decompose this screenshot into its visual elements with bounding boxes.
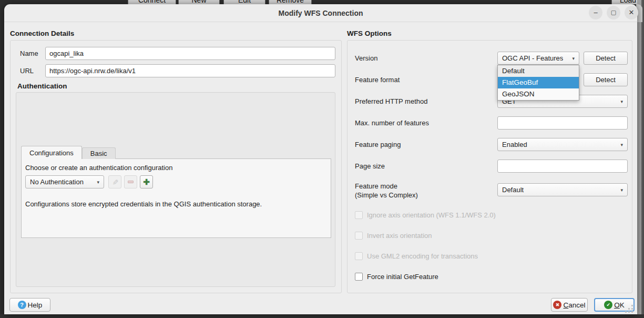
background-edit-button: Edit: [223, 0, 265, 4]
minus-icon: [128, 181, 134, 183]
auth-config-combo-value: No Authentication: [30, 178, 84, 186]
ok-icon: ✔: [604, 301, 612, 309]
detect-version-button[interactable]: Detect: [584, 52, 628, 65]
name-label: Name: [20, 47, 38, 60]
background-connect-button: Connect: [128, 0, 176, 4]
modify-wfs-connection-dialog: Modify WFS Connection – ▢ ✕ Connection D…: [4, 4, 637, 314]
minimize-button[interactable]: –: [589, 6, 602, 19]
dialog-title: Modify WFS Connection: [4, 4, 637, 22]
chevron-down-icon: ▾: [620, 99, 623, 104]
help-icon: ?: [18, 301, 26, 309]
auth-choose-label: Choose or create an authentication confi…: [25, 164, 172, 172]
minimize-icon: –: [594, 8, 597, 16]
auth-tab-bar: Configurations Basic: [21, 146, 116, 159]
tab-basic[interactable]: Basic: [82, 147, 116, 159]
auth-edit-button: ✎: [108, 175, 121, 188]
maximize-button[interactable]: ▢: [607, 6, 620, 19]
auth-config-combo[interactable]: No Authentication ▾: [25, 175, 104, 188]
title-bar[interactable]: Modify WFS Connection – ▢ ✕: [4, 4, 637, 22]
feature-mode-label: Feature mode (Simple vs Complex): [355, 182, 418, 200]
maximize-icon: ▢: [611, 9, 616, 15]
http-method-label: Preferred HTTP method: [355, 95, 427, 108]
cancel-icon: ✖: [553, 301, 561, 309]
auth-remove-button: [124, 175, 137, 188]
background-bottom-edge: [0, 314, 644, 318]
checkbox-row-ignore-axis: Ignore axis orientation (WFS 1.1/WFS 2.0…: [355, 211, 496, 219]
feature-mode-combo[interactable]: Default ▾: [497, 183, 628, 196]
tab-configurations[interactable]: Configurations: [21, 146, 82, 159]
close-icon: ✕: [629, 8, 635, 16]
dropdown-option-default[interactable]: Default: [498, 65, 579, 77]
cancel-button[interactable]: ✖ Cancel: [551, 298, 588, 312]
url-input[interactable]: [45, 64, 335, 77]
checkbox-row-gml2-encoding: Use GML2 encoding for transactions: [355, 252, 478, 260]
max-features-label: Max. number of features: [355, 116, 429, 130]
auth-hint-text: Configurations store encrypted credentia…: [25, 200, 262, 208]
close-button[interactable]: ✕: [625, 6, 638, 19]
feature-paging-combo-value: Enabled: [502, 141, 527, 148]
ok-button[interactable]: ✔ OK: [594, 298, 635, 312]
feature-paging-combo[interactable]: Enabled ▾: [497, 138, 628, 151]
version-label: Version: [355, 52, 377, 65]
plus-icon: ✚: [143, 177, 150, 187]
chevron-down-icon: ▾: [97, 180, 99, 185]
version-dropdown-popup: Default FlatGeoBuf GeoJSON: [497, 65, 579, 101]
feature-mode-combo-value: Default: [502, 186, 524, 194]
feature-format-label: Feature format: [355, 73, 400, 86]
resize-grip[interactable]: [625, 305, 627, 306]
invert-axis-checkbox: [355, 232, 363, 240]
background-remove-button: Remove: [269, 0, 312, 4]
chevron-down-icon: ▾: [620, 142, 623, 147]
background-new-button: New: [178, 0, 220, 4]
checkbox-row-force-getfeature[interactable]: Force initial GetFeature: [355, 272, 438, 281]
name-input[interactable]: [45, 47, 335, 60]
authentication-title: Authentication: [17, 82, 67, 90]
wfs-options-title: WFS Options: [347, 29, 392, 37]
ignore-axis-checkbox: [355, 211, 363, 219]
chevron-down-icon: ▾: [620, 187, 623, 193]
dropdown-option-geojson[interactable]: GeoJSON: [498, 88, 579, 100]
gml2-encoding-checkbox: [355, 252, 363, 260]
feature-paging-label: Feature paging: [355, 138, 401, 151]
max-features-input[interactable]: [497, 116, 628, 130]
pencil-icon: ✎: [110, 179, 119, 185]
connection-details-title: Connection Details: [10, 29, 74, 37]
detect-feature-format-button[interactable]: Detect: [584, 73, 628, 86]
page-size-input[interactable]: [497, 160, 628, 173]
checkbox-row-invert-axis: Invert axis orientation: [355, 231, 432, 240]
page-size-label: Page size: [355, 160, 385, 173]
background-window-edge: [637, 0, 644, 318]
force-getfeature-checkbox[interactable]: [355, 273, 363, 281]
dropdown-option-flatgeobuf[interactable]: FlatGeoBuf: [498, 77, 579, 88]
version-combo[interactable]: OGC API - Features ▾: [497, 52, 579, 65]
version-combo-value: OGC API - Features: [502, 54, 563, 62]
help-button[interactable]: ? Help: [9, 298, 50, 312]
url-label: URL: [20, 64, 34, 77]
auth-add-button[interactable]: ✚: [140, 175, 153, 188]
chevron-down-icon: ▾: [572, 56, 575, 61]
